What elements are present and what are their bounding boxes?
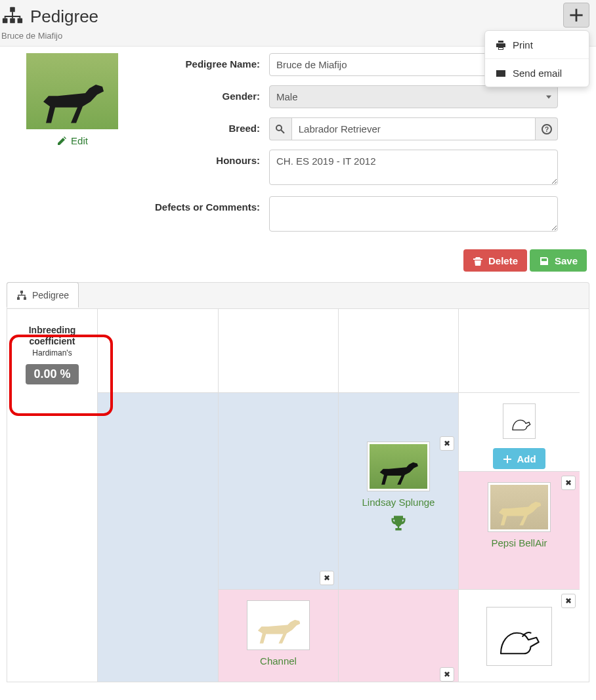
dog-placeholder-icon: [503, 403, 536, 439]
question-icon: ?: [542, 123, 552, 134]
svg-rect-9: [24, 297, 26, 300]
label-gender: Gender:: [151, 85, 269, 108]
close-icon: ✖: [444, 670, 450, 679]
edit-photo-link[interactable]: Edit: [56, 134, 88, 146]
close-icon: ✖: [565, 478, 572, 487]
print-label: Print: [513, 39, 533, 51]
close-icon: ✖: [444, 439, 450, 448]
empty-cell: [339, 309, 459, 393]
search-icon: [275, 123, 286, 134]
dog-placeholder-icon: [486, 607, 552, 666]
paternal-gm-link[interactable]: Pepsi BellAir: [465, 537, 573, 548]
mother-name-link[interactable]: Channel: [225, 655, 331, 667]
envelope-icon: [496, 67, 506, 79]
empty-cell: [219, 309, 339, 393]
label-honours: Honours:: [151, 150, 269, 187]
add-ancestor-button[interactable]: Add: [493, 448, 545, 469]
remove-pepsi-button[interactable]: ✖: [561, 476, 576, 490]
plus-icon: [502, 453, 513, 464]
empty-cell: [98, 309, 219, 393]
photo-column: Edit: [7, 53, 138, 243]
top-bar: Pedigree Bruce de Miafijo Print Send ema…: [0, 0, 596, 47]
gender-select[interactable]: Male: [269, 85, 558, 108]
tab-pedigree-label: Pedigree: [32, 290, 69, 300]
add-label: Add: [517, 453, 536, 464]
remove-button[interactable]: ✖: [440, 667, 454, 682]
inbreeding-highlight: [9, 335, 113, 416]
label-breed: Breed:: [151, 117, 269, 140]
delete-button[interactable]: Delete: [463, 249, 527, 272]
empty-cell: [459, 309, 580, 393]
tab-pedigree[interactable]: Pedigree: [7, 282, 79, 308]
sitemap-icon: [1, 7, 24, 27]
save-label: Save: [555, 255, 578, 266]
father-cell: ✖ Lindsay Splunge: [339, 393, 459, 590]
empty-cell: [7, 393, 98, 682]
print-menu-item[interactable]: Print: [485, 31, 589, 58]
trophy-icon: [345, 514, 452, 537]
gen1-sire-slot: [98, 393, 219, 682]
paternal-gf-add-cell: Add: [459, 393, 580, 472]
delete-label: Delete: [488, 255, 518, 266]
mother-cell: Channel: [219, 590, 339, 682]
breed-search-button[interactable]: [269, 117, 291, 140]
label-defects: Defects or Comments:: [151, 196, 269, 234]
father-name-link[interactable]: Lindsay Splunge: [345, 497, 452, 508]
svg-rect-1: [3, 18, 8, 24]
edit-icon: [56, 134, 67, 146]
remove-father-button[interactable]: ✖: [440, 436, 454, 451]
send-email-menu-item[interactable]: Send email: [485, 58, 589, 87]
add-menu-button[interactable]: [563, 3, 589, 28]
svg-rect-0: [10, 7, 15, 12]
action-bar: Delete Save: [0, 243, 596, 282]
close-icon: ✖: [565, 596, 572, 606]
mother-thumb: [247, 600, 310, 650]
tabs: Pedigree: [7, 282, 589, 308]
gen2-sire-slot: ✖: [219, 393, 339, 590]
ancestor-add-cell: ✖: [459, 590, 580, 682]
trash-icon: [473, 255, 483, 266]
gen3-dam-slot: ✖: [339, 590, 459, 682]
edit-label: Edit: [71, 135, 88, 146]
save-icon: [539, 255, 549, 266]
defects-textarea[interactable]: [269, 196, 558, 232]
label-pedigree-name: Pedigree Name:: [151, 53, 269, 76]
remove-mother-button[interactable]: ✖: [320, 571, 334, 585]
honours-textarea[interactable]: [269, 150, 558, 185]
paternal-gm-thumb: [488, 482, 551, 532]
svg-text:?: ?: [545, 126, 549, 133]
remove-button[interactable]: ✖: [561, 594, 576, 608]
save-button[interactable]: Save: [530, 249, 587, 272]
send-email-label: Send email: [513, 68, 562, 79]
breed-help-button[interactable]: ?: [536, 117, 558, 140]
svg-rect-7: [20, 291, 23, 293]
print-icon: [496, 39, 506, 51]
svg-rect-8: [17, 297, 20, 300]
svg-rect-3: [18, 18, 23, 24]
svg-point-4: [276, 125, 282, 131]
breed-input[interactable]: [291, 117, 536, 140]
actions-dropdown: Print Send email: [484, 30, 589, 87]
page-title: Pedigree: [30, 7, 98, 27]
sitemap-icon: [16, 289, 27, 300]
father-thumb: [367, 442, 430, 491]
svg-rect-2: [10, 18, 15, 24]
close-icon: ✖: [324, 573, 330, 583]
paternal-gm-cell: ✖ Pepsi BellAir: [459, 472, 580, 590]
main-photo: [26, 53, 118, 129]
